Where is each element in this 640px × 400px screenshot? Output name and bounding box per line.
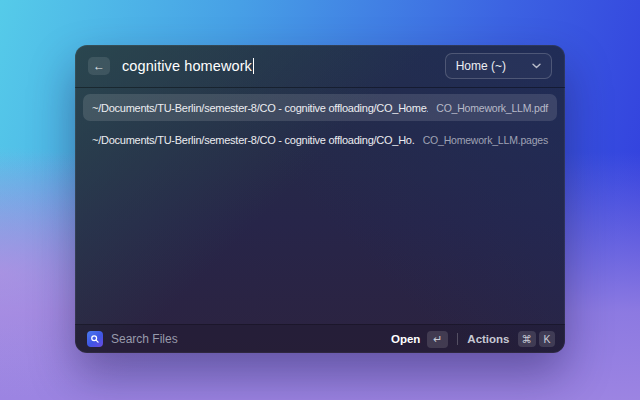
actions-button[interactable]: Actions [467, 333, 509, 345]
search-input[interactable]: cognitive homework [122, 58, 254, 74]
file-path: ~/Documents/TU-Berlin/semester-8/CO - co… [92, 134, 415, 146]
scope-dropdown-value: Home (~) [456, 59, 506, 73]
result-row-pdf[interactable]: ~/Documents/TU-Berlin/semester-8/CO - co… [83, 94, 557, 121]
file-path: ~/Documents/TU-Berlin/semester-8/CO - co… [92, 102, 428, 114]
footer-actions: Open ↵ Actions ⌘ K [391, 331, 555, 348]
file-name: CO_Homework_LLM.pdf [436, 102, 548, 114]
search-files-icon [87, 331, 103, 347]
result-row-pages[interactable]: ~/Documents/TU-Berlin/semester-8/CO - co… [83, 126, 557, 153]
back-button[interactable]: ← [88, 57, 110, 75]
cmd-key-icon[interactable]: ⌘ [518, 331, 537, 347]
open-button[interactable]: Open [391, 333, 420, 345]
desktop: { "app": { "search_bar": { "back_icon": … [0, 0, 640, 400]
footer-bar: Search Files Open ↵ Actions ⌘ K [75, 325, 565, 353]
magnifier-icon [90, 330, 100, 348]
launcher-window: ← cognitive homework Home (~) ~/Document… [75, 45, 565, 353]
scope-dropdown[interactable]: Home (~) [445, 53, 552, 79]
chevron-down-icon [532, 63, 541, 69]
result-list: ~/Documents/TU-Berlin/semester-8/CO - co… [75, 88, 565, 153]
search-query-text: cognitive homework [122, 58, 252, 74]
footer-divider [457, 333, 458, 345]
back-arrow-icon: ← [93, 60, 105, 72]
text-caret [253, 58, 255, 74]
file-name: CO_Homework_LLM.pages [423, 134, 548, 146]
k-key-icon[interactable]: K [539, 331, 555, 347]
command-name: Search Files [111, 332, 178, 346]
search-bar: ← cognitive homework Home (~) [75, 45, 565, 88]
enter-key-icon[interactable]: ↵ [427, 331, 448, 348]
